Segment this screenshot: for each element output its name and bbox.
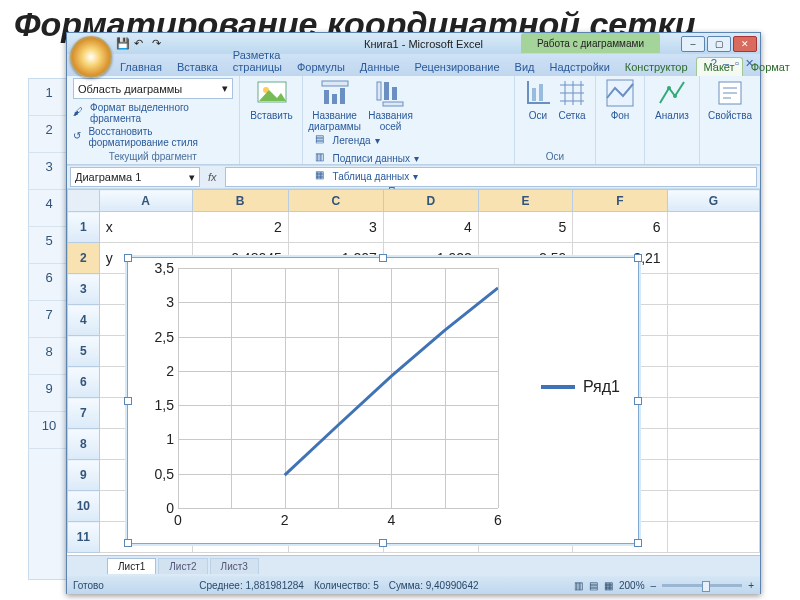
- office-button[interactable]: [70, 36, 112, 78]
- chart-handle[interactable]: [379, 254, 387, 262]
- legend-button[interactable]: ▤Легенда▾: [315, 132, 419, 148]
- chart-handle[interactable]: [124, 539, 132, 547]
- analysis-button[interactable]: Анализ: [651, 78, 693, 121]
- sheet-tab-Лист1[interactable]: Лист1: [107, 558, 156, 574]
- zoom-out-button[interactable]: –: [651, 580, 657, 591]
- col-header-E[interactable]: E: [478, 190, 572, 212]
- cell[interactable]: [667, 398, 759, 429]
- cell[interactable]: [667, 429, 759, 460]
- tab-Надстройки[interactable]: Надстройки: [542, 58, 616, 76]
- chart-element-selector[interactable]: Область диаграммы ▾: [73, 78, 233, 99]
- sheet-tab-Лист3[interactable]: Лист3: [210, 558, 259, 574]
- context-tab-Конструктор[interactable]: Конструктор: [618, 58, 695, 76]
- close-button[interactable]: ✕: [733, 36, 757, 52]
- cell[interactable]: [667, 460, 759, 491]
- select-all-corner[interactable]: [68, 190, 100, 212]
- view-pagebreak-icon[interactable]: ▦: [604, 580, 613, 591]
- col-header-C[interactable]: C: [288, 190, 383, 212]
- cell[interactable]: 3: [288, 212, 383, 243]
- row-header-3[interactable]: 3: [68, 274, 100, 305]
- row-header-10[interactable]: 10: [68, 491, 100, 522]
- minimize-button[interactable]: –: [681, 36, 705, 52]
- cell[interactable]: x: [99, 212, 192, 243]
- cell[interactable]: [667, 243, 759, 274]
- row-header-1[interactable]: 1: [68, 212, 100, 243]
- chart-handle[interactable]: [634, 539, 642, 547]
- chart-xtick: 0: [174, 512, 182, 528]
- col-header-G[interactable]: G: [667, 190, 759, 212]
- chart-handle[interactable]: [634, 397, 642, 405]
- cell[interactable]: [667, 305, 759, 336]
- mdi-minimize-button[interactable]: –: [723, 57, 729, 70]
- ribbon-group-labels: Название диаграммы Названия осей ▤Легенд…: [303, 76, 515, 164]
- chart-handle[interactable]: [634, 254, 642, 262]
- tab-Главная[interactable]: Главная: [113, 58, 169, 76]
- zoom-slider[interactable]: [662, 584, 742, 587]
- zoom-in-button[interactable]: +: [748, 580, 754, 591]
- row-header-9[interactable]: 9: [68, 460, 100, 491]
- view-normal-icon[interactable]: ▥: [574, 580, 583, 591]
- mdi-close-button[interactable]: ✕: [745, 57, 754, 70]
- col-header-B[interactable]: B: [192, 190, 288, 212]
- row-header-2[interactable]: 2: [68, 243, 100, 274]
- row-header-7[interactable]: 7: [68, 398, 100, 429]
- tab-Разметка страницы[interactable]: Разметка страницы: [226, 46, 289, 76]
- chart-ytick: 1,5: [142, 397, 174, 413]
- cell[interactable]: [667, 522, 759, 553]
- view-layout-icon[interactable]: ▤: [589, 580, 598, 591]
- redo-icon[interactable]: ↷: [152, 37, 166, 51]
- cell[interactable]: [667, 367, 759, 398]
- tab-Данные[interactable]: Данные: [353, 58, 407, 76]
- chart-legend[interactable]: Ряд1: [541, 378, 620, 396]
- row-header-8[interactable]: 8: [68, 429, 100, 460]
- row-header-11[interactable]: 11: [68, 522, 100, 553]
- col-header-F[interactable]: F: [573, 190, 667, 212]
- col-header-D[interactable]: D: [383, 190, 478, 212]
- help-icon[interactable]: ?: [711, 57, 717, 70]
- properties-button[interactable]: Свойства: [706, 78, 754, 121]
- tab-Формулы[interactable]: Формулы: [290, 58, 352, 76]
- axis-titles-button[interactable]: Названия осей: [365, 78, 417, 132]
- tab-Рецензирование[interactable]: Рецензирование: [408, 58, 507, 76]
- status-ready: Готово: [73, 580, 104, 591]
- chart-plot-area[interactable]: 00,511,522,533,50246: [178, 268, 498, 508]
- name-box[interactable]: Диаграмма 1 ▾: [70, 167, 200, 187]
- chart-handle[interactable]: [124, 254, 132, 262]
- maximize-button[interactable]: ▢: [707, 36, 731, 52]
- fx-icon[interactable]: fx: [208, 171, 217, 183]
- save-icon[interactable]: 💾: [116, 37, 130, 51]
- chart-series-line[interactable]: [178, 268, 498, 508]
- cell[interactable]: [667, 491, 759, 522]
- undo-icon[interactable]: ↶: [134, 37, 148, 51]
- chart-handle[interactable]: [124, 397, 132, 405]
- chart-ytick: 3,5: [142, 260, 174, 276]
- data-labels-button[interactable]: ▥Подписи данных▾: [315, 150, 419, 166]
- zoom-value[interactable]: 200%: [619, 580, 645, 591]
- data-table-button[interactable]: ▦Таблица данных▾: [315, 168, 419, 184]
- sheet-tab-Лист2[interactable]: Лист2: [158, 558, 207, 574]
- reset-style-button[interactable]: ↺ Восстановить форматирование стиля: [73, 125, 233, 149]
- row-header-6[interactable]: 6: [68, 367, 100, 398]
- chart-handle[interactable]: [379, 539, 387, 547]
- cell[interactable]: 2: [192, 212, 288, 243]
- chart-title-button[interactable]: Название диаграммы: [309, 78, 361, 132]
- format-selection-button[interactable]: 🖌 Формат выделенного фрагмента: [73, 101, 233, 125]
- cell[interactable]: 4: [383, 212, 478, 243]
- cell[interactable]: 5: [478, 212, 572, 243]
- cell[interactable]: 6: [573, 212, 667, 243]
- mdi-restore-button[interactable]: ▫: [735, 57, 739, 70]
- chart-ytick: 1: [142, 431, 174, 447]
- chart-ytick: 0,5: [142, 466, 174, 482]
- col-header-A[interactable]: A: [99, 190, 192, 212]
- cell[interactable]: [667, 274, 759, 305]
- background-button[interactable]: Фон: [602, 78, 638, 121]
- chart-xtick: 4: [387, 512, 395, 528]
- row-header-4[interactable]: 4: [68, 305, 100, 336]
- tab-Вставка[interactable]: Вставка: [170, 58, 225, 76]
- row-header-5[interactable]: 5: [68, 336, 100, 367]
- embedded-chart[interactable]: 00,511,522,533,50246Ряд1: [127, 257, 639, 544]
- tab-Вид[interactable]: Вид: [508, 58, 542, 76]
- cell[interactable]: [667, 212, 759, 243]
- insert-button[interactable]: Вставить: [246, 78, 298, 121]
- cell[interactable]: [667, 336, 759, 367]
